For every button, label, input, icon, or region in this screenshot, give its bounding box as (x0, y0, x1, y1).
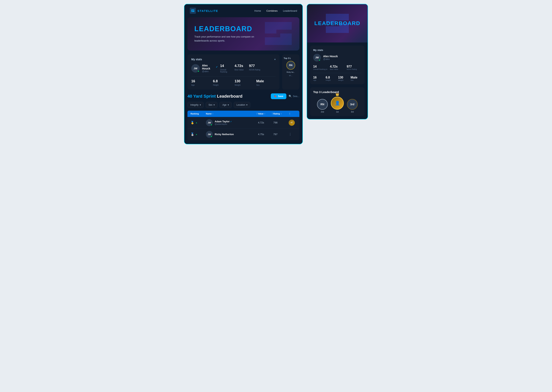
rating-cell: 798 (273, 121, 289, 124)
top3-title: Top 3 L (284, 57, 298, 59)
side-user-info: Alex Houck @alex (323, 55, 338, 61)
nav-home[interactable]: Home (254, 9, 261, 12)
table-row[interactable]: 🥈 ▲ JW Ricky Netherton 4.75s 797 ⋮ (188, 129, 299, 140)
th-name[interactable]: Name ↑ ⋮ (206, 112, 258, 115)
th-ranking: Ranking (190, 112, 206, 115)
user-row: JW Alex Houck ✓ @alex 14 Overall Ran (191, 64, 276, 73)
my-stats-card: My stats ▾ JW Alex Houck ✓ @alex (188, 54, 279, 90)
side-stats-section: My stats JW Alex Houck @alex 14 Overall … (307, 42, 368, 119)
stats-section: My stats ▾ JW Alex Houck ✓ @alex (184, 54, 302, 93)
side-hero-banner: LEADERBOARD (307, 4, 368, 42)
side-user-name: Alex Houck (323, 55, 338, 58)
stat-height: 6.8 Height (213, 79, 232, 86)
top3-second-avatar: RN (317, 99, 328, 110)
filter-integrity[interactable]: Integrity ▾ (188, 102, 204, 108)
side-stat-age: 16 Age (313, 76, 324, 81)
card-title: My stats (191, 58, 202, 61)
chevron-down-icon[interactable]: ▾ (274, 58, 276, 61)
side-avatar: JW (313, 54, 321, 62)
divider (313, 73, 362, 73)
side-my-stats-card: My stats JW Alex Houck @alex 14 Overall … (310, 46, 364, 84)
logo[interactable]: STATELLITE (190, 8, 218, 14)
chevron-down-icon: ▾ (228, 104, 229, 106)
sort-icon: ↑ (264, 112, 265, 115)
top3-peek: Top 3 L RN Ricky Ne... 97... (282, 54, 299, 90)
top3-second: RN 2nd (317, 99, 328, 113)
sort-icon: ↑ (281, 112, 282, 115)
player-cell: JW Ricky Netherton (206, 131, 258, 138)
table-header: Ranking Name ↑ ⋮ Value ↑ ⋮ Rating ↑ ⋮ (188, 111, 299, 117)
player-name: Ricky Netherton (215, 133, 234, 136)
top3-second-name: 2nd (321, 111, 324, 113)
side-stat-nova: 977 NOVA Rating (347, 65, 362, 70)
table-row[interactable]: 🥇 ▲ JW Adam Taylor ✓ @adamtaylor (188, 117, 299, 129)
top3-first: 👑 👤 1st (331, 97, 344, 113)
stat-age: 16 Age (191, 79, 211, 86)
divider (191, 76, 276, 77)
leaderboard-header: 40 Yard Sprint Leaderboard 🔖 Save 🔍 Sea.… (188, 93, 299, 99)
crown-icon: 👑 (335, 92, 339, 96)
side-window: LEADERBOARD My stats JW Alex Houck @alex… (307, 4, 368, 119)
chevron-down-icon: ▾ (246, 104, 247, 106)
filter-location[interactable]: Location ▾ (234, 102, 250, 108)
search-icon: 🔍 (289, 95, 292, 98)
value-cell: 4.72s (258, 121, 273, 124)
side-bottom-stats: 16 Age 6.8 Height 130 Weight Male Sex (313, 76, 362, 81)
column-options-icon[interactable]: ⋮ (256, 112, 258, 115)
side-stat-height: 6.8 Height (326, 76, 337, 81)
online-badge (211, 124, 212, 126)
hero-subtitle: Track your performance and see how you c… (194, 35, 260, 43)
top3-third: 3rd 3rd (347, 99, 358, 113)
top3-avatars: RN 2nd 👑 👤 1st 3rd 3rd (313, 97, 362, 113)
top3-leaderboard-card: Top 3 Leaderboard RN 2nd 👑 👤 1st 3r (310, 87, 364, 116)
top3-first-avatar: RN (286, 61, 295, 70)
column-options-icon[interactable]: ⋮ (271, 112, 273, 115)
filter-age[interactable]: Age ▾ (219, 102, 232, 108)
search-area[interactable]: 🔍 Sea... (289, 95, 299, 98)
nav-links: Home Combines Leaderboard (254, 9, 297, 12)
save-button[interactable]: 🔖 Save (271, 93, 286, 99)
top3-first-avatar: 👤 (331, 97, 344, 110)
side-stat-weight: 130 Weight (338, 76, 349, 81)
player-handle: @adamtaylor (215, 123, 232, 125)
side-user-handle: @alex (323, 58, 338, 61)
stat-ranking: 14 Overall Ranking (220, 64, 232, 73)
th-rating[interactable]: Rating ↑ (273, 112, 289, 115)
leaderboard-table: Ranking Name ↑ ⋮ Value ↑ ⋮ Rating ↑ ⋮ (188, 111, 299, 140)
side-top-stats: 14 Overall Ranking to 4.72s Best Value 9… (313, 65, 362, 70)
bottom-stats-grid: 16 Age 6.8 Height 130 Weight Male Sex (191, 79, 276, 86)
top3-third-avatar: 3rd (347, 99, 358, 110)
trend-icon: ▲ (196, 122, 197, 124)
online-badge (319, 59, 320, 61)
sort-icon: ↑ (212, 112, 213, 115)
player-cell: JW Adam Taylor ✓ @adamtaylor (206, 119, 258, 126)
side-hero-title: LEADERBOARD (314, 20, 360, 26)
th-options[interactable]: ⋮ (289, 112, 296, 115)
player-name: Adam Taylor ✓ (215, 120, 232, 123)
value-cell: 4.75s (258, 133, 273, 136)
rating-cell: 797 (273, 133, 289, 136)
trend-icon: ▲ (196, 133, 197, 135)
stat-weight: 130 Weight (235, 79, 254, 86)
rank-badge: 🥈 (190, 133, 194, 136)
leaderboard-title: 40 Yard Sprint Leaderboard (188, 94, 242, 99)
row-options-button[interactable]: AT (289, 120, 296, 126)
chevron-down-icon: ▾ (200, 104, 201, 106)
rank-cell: 🥇 ▲ (190, 121, 206, 124)
online-badge (197, 70, 199, 72)
nav-combines[interactable]: Combines (266, 9, 278, 12)
rank-badge: 🥇 (190, 121, 194, 124)
svg-rect-0 (190, 8, 196, 14)
side-card-title: My stats (313, 49, 362, 51)
th-value[interactable]: Value ↑ ⋮ (258, 112, 273, 115)
row-options-button[interactable]: ⋮ (289, 133, 296, 136)
avatar: JW (191, 64, 200, 73)
top3-preview: RN Ricky Ne... 97... (284, 61, 298, 77)
stat-nova: 977 NOVA Rating (249, 64, 261, 73)
filter-sex[interactable]: Sex ▾ (206, 102, 218, 108)
rank-cell: 🥈 ▲ (190, 133, 206, 136)
stat-bestvalue: 4.72s Best Value (235, 64, 247, 73)
nav-leaderboard[interactable]: Leaderboard (283, 9, 297, 12)
user-info: Alex Houck ✓ @alex (202, 64, 218, 73)
verified-icon: ✓ (230, 121, 232, 123)
